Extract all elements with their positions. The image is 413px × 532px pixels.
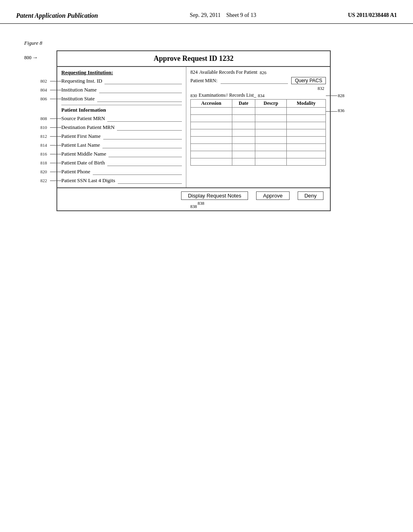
field-patient-dob: 818 Patient Date of Birth bbox=[61, 158, 182, 167]
examination-table-wrapper: 836 Accession Date Descrp Modality bbox=[190, 99, 326, 166]
field-underline-first-name bbox=[103, 133, 182, 139]
ref-838-area: 838 bbox=[57, 203, 330, 210]
ref-804-line bbox=[50, 90, 61, 90]
ref-822: 822 bbox=[40, 178, 47, 183]
field-underline-inst-name bbox=[99, 87, 182, 93]
cell-accession bbox=[191, 158, 232, 166]
right-column: 824 Available Records For Patient 826 Pa… bbox=[186, 67, 330, 187]
ref-838-outside: 838 bbox=[198, 201, 204, 206]
cell-date bbox=[232, 108, 255, 115]
table-row bbox=[191, 151, 326, 158]
ref-806: 806 bbox=[40, 96, 47, 101]
col-accession: Accession bbox=[191, 100, 232, 108]
ref-818-line bbox=[50, 163, 61, 163]
ref-810-line bbox=[50, 127, 61, 128]
patient-section-title: Patient Information bbox=[61, 107, 182, 113]
field-underline-dob bbox=[107, 160, 182, 166]
field-institution-state: 806 Institution State bbox=[61, 94, 182, 103]
bottom-controls: Display Request Notes Approve Deny bbox=[57, 187, 330, 203]
ref-804: 804 bbox=[40, 87, 47, 92]
examination-table: Accession Date Descrp Modality bbox=[190, 99, 326, 166]
patient-info-label: Patient Information bbox=[61, 107, 106, 113]
deny-button[interactable]: Deny bbox=[298, 191, 323, 200]
cell-date bbox=[232, 144, 255, 151]
patent-number: US 2011/0238448 A1 bbox=[348, 12, 397, 19]
cell-accession bbox=[191, 137, 232, 144]
field-institution-name: 804 Institution Name bbox=[61, 85, 182, 94]
cell-accession bbox=[191, 151, 232, 158]
divider-1 bbox=[61, 105, 182, 105]
col-modality: Modality bbox=[287, 100, 326, 108]
table-row bbox=[191, 129, 326, 137]
ref-812: 812 bbox=[40, 134, 47, 139]
table-row bbox=[191, 122, 326, 129]
field-label-dob: Patient Date of Birth bbox=[61, 160, 105, 166]
field-label-middle-name: Patient Middle Name bbox=[61, 151, 106, 157]
table-row bbox=[191, 144, 326, 151]
ref-818: 818 bbox=[40, 160, 47, 165]
table-body bbox=[191, 108, 326, 166]
patient-mrn-label: Patient MRN: bbox=[190, 78, 217, 84]
field-label-src-mrn: Source Patient MRN bbox=[61, 115, 105, 122]
cell-modality bbox=[287, 108, 326, 115]
publication-title: Patent Application Publication bbox=[16, 12, 98, 19]
field-underline-phone bbox=[93, 168, 182, 175]
field-patient-middle-name: 816 Patient Middle Name bbox=[61, 150, 182, 158]
cell-descrp bbox=[255, 137, 286, 144]
examinations-row: 830 Examinations// Records List_ 834 828 bbox=[190, 92, 326, 98]
table-row bbox=[191, 115, 326, 122]
field-underline-inst-id bbox=[104, 78, 182, 84]
figure-area: Figure 8 800 → Approve Request ID 1232 R… bbox=[0, 24, 413, 227]
cell-date bbox=[232, 151, 255, 158]
page-header: Patent Application Publication Sep. 29, … bbox=[0, 0, 413, 24]
ref-836-line bbox=[326, 111, 337, 112]
field-underline-last-name bbox=[102, 142, 182, 148]
field-underline-dest-mrn bbox=[117, 124, 182, 131]
ref-808: 808 bbox=[40, 116, 47, 121]
ref-814-line bbox=[50, 145, 61, 145]
table-header: Accession Date Descrp Modality bbox=[191, 100, 326, 108]
field-label-inst-name: Institution Name bbox=[61, 87, 97, 93]
cell-modality bbox=[287, 151, 326, 158]
diagram-container: 800 → Approve Request ID 1232 Requesting… bbox=[24, 50, 389, 211]
field-source-patient-mrn: 808 Source Patient MRN bbox=[61, 114, 182, 123]
cell-accession bbox=[191, 144, 232, 151]
cell-date bbox=[232, 115, 255, 122]
ref-820: 820 bbox=[40, 169, 47, 174]
patient-mrn-field bbox=[221, 77, 288, 84]
available-records-header: 824 Available Records For Patient 826 bbox=[190, 69, 326, 75]
cell-accession bbox=[191, 115, 232, 122]
ref-836: 836 bbox=[338, 108, 345, 113]
field-underline-inst-state bbox=[97, 96, 182, 102]
cell-accession bbox=[191, 122, 232, 129]
field-underline-src-mrn bbox=[107, 115, 182, 122]
cell-modality bbox=[287, 115, 326, 122]
field-requesting-inst-id: 802 Requesting Inst. ID bbox=[61, 77, 182, 85]
ref-834: 834 bbox=[258, 93, 265, 98]
ref-830: 830 bbox=[190, 93, 197, 98]
dialog-two-col: Requesting Institution: 802 Requesting I… bbox=[57, 67, 330, 187]
display-notes-button[interactable]: Display Request Notes bbox=[181, 191, 248, 200]
cell-descrp bbox=[255, 115, 286, 122]
field-patient-ssn: 822 Patient SSN Last 4 Digits bbox=[61, 176, 182, 185]
ref-820-line bbox=[50, 172, 61, 172]
field-label-dest-mrn: Destination Patient MRN bbox=[61, 124, 115, 131]
ref-832: 832 bbox=[190, 86, 324, 91]
table-row bbox=[191, 108, 326, 115]
cell-modality bbox=[287, 129, 326, 137]
ref-828-line bbox=[326, 96, 337, 96]
cell-date bbox=[232, 158, 255, 166]
field-underline-middle-name bbox=[108, 151, 182, 157]
field-patient-last-name: 814 Patient Last Name bbox=[61, 141, 182, 150]
query-pacs-button[interactable]: Query PACS bbox=[291, 77, 326, 84]
approve-button[interactable]: Approve bbox=[256, 191, 289, 200]
ref-816: 816 bbox=[40, 152, 47, 156]
dialog-title: Approve Request ID 1232 bbox=[57, 51, 330, 67]
examinations-label: Examinations// Records List_ bbox=[199, 92, 257, 98]
ref-800: 800 → bbox=[24, 54, 38, 61]
field-label-first-name: Patient First Name bbox=[61, 133, 101, 139]
ref-812-line bbox=[50, 136, 61, 137]
field-label-ssn: Patient SSN Last 4 Digits bbox=[61, 177, 115, 184]
cell-date bbox=[232, 122, 255, 129]
ref-810: 810 bbox=[40, 125, 47, 130]
